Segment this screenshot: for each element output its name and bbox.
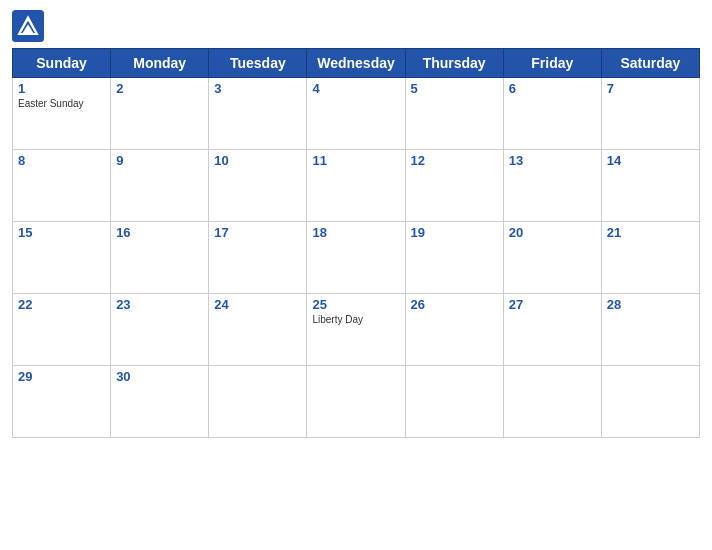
calendar-day-cell: 30 (111, 366, 209, 438)
day-number: 26 (411, 297, 498, 312)
day-number: 8 (18, 153, 105, 168)
day-number: 18 (312, 225, 399, 240)
calendar-day-cell: 29 (13, 366, 111, 438)
day-number: 7 (607, 81, 694, 96)
calendar-day-cell: 22 (13, 294, 111, 366)
calendar-week-row: 1Easter Sunday234567 (13, 78, 700, 150)
day-number: 2 (116, 81, 203, 96)
day-number: 25 (312, 297, 399, 312)
calendar-day-cell (503, 366, 601, 438)
weekday-header-cell: Friday (503, 49, 601, 78)
day-number: 27 (509, 297, 596, 312)
day-number: 15 (18, 225, 105, 240)
weekday-header-cell: Tuesday (209, 49, 307, 78)
day-number: 4 (312, 81, 399, 96)
calendar-day-cell (209, 366, 307, 438)
calendar-day-cell: 21 (601, 222, 699, 294)
calendar-day-cell: 4 (307, 78, 405, 150)
calendar-body: 1Easter Sunday23456789101112131415161718… (13, 78, 700, 438)
day-number: 21 (607, 225, 694, 240)
day-number: 29 (18, 369, 105, 384)
day-number: 3 (214, 81, 301, 96)
day-number: 20 (509, 225, 596, 240)
day-number: 24 (214, 297, 301, 312)
calendar-day-cell (307, 366, 405, 438)
day-number: 11 (312, 153, 399, 168)
weekday-header-cell: Thursday (405, 49, 503, 78)
calendar-day-cell: 5 (405, 78, 503, 150)
calendar-day-cell: 26 (405, 294, 503, 366)
calendar-week-row: 22232425Liberty Day262728 (13, 294, 700, 366)
logo-area (12, 10, 48, 42)
event-label: Easter Sunday (18, 98, 105, 110)
day-number: 12 (411, 153, 498, 168)
event-label: Liberty Day (312, 314, 399, 326)
calendar-day-cell: 3 (209, 78, 307, 150)
calendar-day-cell: 13 (503, 150, 601, 222)
calendar-day-cell (405, 366, 503, 438)
day-number: 16 (116, 225, 203, 240)
day-number: 17 (214, 225, 301, 240)
day-number: 23 (116, 297, 203, 312)
calendar-day-cell: 2 (111, 78, 209, 150)
day-number: 19 (411, 225, 498, 240)
weekday-header-cell: Saturday (601, 49, 699, 78)
calendar-day-cell: 18 (307, 222, 405, 294)
calendar-day-cell: 16 (111, 222, 209, 294)
weekday-header-cell: Monday (111, 49, 209, 78)
day-number: 10 (214, 153, 301, 168)
header-row (12, 10, 700, 42)
calendar-day-cell: 27 (503, 294, 601, 366)
weekday-header-cell: Sunday (13, 49, 111, 78)
calendar-wrapper: SundayMondayTuesdayWednesdayThursdayFrid… (0, 0, 712, 550)
calendar-day-cell: 15 (13, 222, 111, 294)
generalblue-logo-icon (12, 10, 44, 42)
day-number: 13 (509, 153, 596, 168)
day-number: 22 (18, 297, 105, 312)
calendar-table: SundayMondayTuesdayWednesdayThursdayFrid… (12, 48, 700, 438)
calendar-day-cell: 23 (111, 294, 209, 366)
calendar-week-row: 2930 (13, 366, 700, 438)
calendar-day-cell: 6 (503, 78, 601, 150)
calendar-day-cell (601, 366, 699, 438)
calendar-day-cell: 12 (405, 150, 503, 222)
day-number: 9 (116, 153, 203, 168)
calendar-day-cell: 9 (111, 150, 209, 222)
day-number: 28 (607, 297, 694, 312)
day-number: 14 (607, 153, 694, 168)
day-number: 5 (411, 81, 498, 96)
weekday-header-cell: Wednesday (307, 49, 405, 78)
calendar-day-cell: 11 (307, 150, 405, 222)
calendar-day-cell: 24 (209, 294, 307, 366)
calendar-day-cell: 10 (209, 150, 307, 222)
calendar-day-cell: 7 (601, 78, 699, 150)
calendar-week-row: 15161718192021 (13, 222, 700, 294)
calendar-day-cell: 28 (601, 294, 699, 366)
day-number: 30 (116, 369, 203, 384)
calendar-week-row: 891011121314 (13, 150, 700, 222)
calendar-day-cell: 17 (209, 222, 307, 294)
calendar-day-cell: 14 (601, 150, 699, 222)
calendar-day-cell: 1Easter Sunday (13, 78, 111, 150)
calendar-day-cell: 25Liberty Day (307, 294, 405, 366)
calendar-day-cell: 20 (503, 222, 601, 294)
calendar-day-cell: 19 (405, 222, 503, 294)
day-number: 6 (509, 81, 596, 96)
calendar-day-cell: 8 (13, 150, 111, 222)
day-number: 1 (18, 81, 105, 96)
weekday-header-row: SundayMondayTuesdayWednesdayThursdayFrid… (13, 49, 700, 78)
